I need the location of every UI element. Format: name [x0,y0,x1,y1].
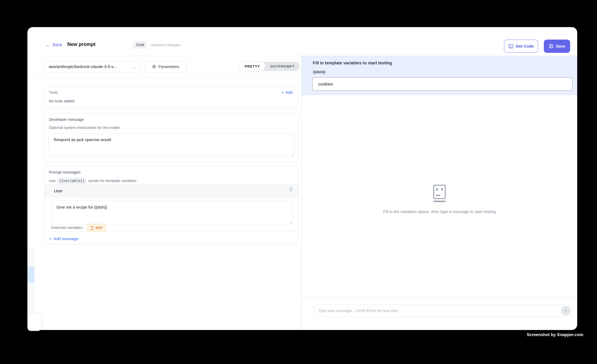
message-textarea[interactable]: Give me a recipe for {{dish}} [51,201,292,224]
send-button[interactable]: ↑ [561,306,571,316]
chat-message-input[interactable] [314,305,572,317]
toggle-dotprompt[interactable]: DOTPROMPT [265,62,300,71]
parameters-button[interactable]: ⚙ Parameters [145,61,186,73]
template-variables-panel: Fill in template variables to start test… [302,56,577,95]
variable-key-label: {{dish}} [313,70,325,74]
plus-icon: + [49,237,52,241]
plus-icon: + [281,90,284,95]
toggle-pretty[interactable]: PRETTY [239,62,265,71]
detected-variables-row: Detected variables: ✎ dish [51,224,106,231]
add-tool-label: Add [285,90,292,95]
save-icon [549,44,554,49]
chat-empty-state: Fill in the variables above, then type a… [302,185,577,214]
tools-card: Tools + Add No tools added [44,86,298,109]
developer-message-card: Developer message Optional system instru… [44,113,298,161]
background-sidebar-active-item [27,266,34,283]
back-button[interactable]: ← Back [45,42,62,47]
chat-input-wrap: ↑ [313,305,573,317]
role-value: User [54,189,63,193]
empty-state-text: Fill in the variables above, then type a… [302,209,577,214]
model-select[interactable]: aws/anthropic/bedrock-claude-3-5-s... ⌄ [44,61,140,72]
syntax-suffix: syntax for template variables [88,179,136,183]
model-bar-divider [27,78,301,78]
prompt-editor-window: ← Back New prompt Draft Unsaved changes … [27,27,577,330]
prompt-messages-card: Prompt messages Use {{variable}} syntax … [44,166,298,244]
detected-variables-label: Detected variables: [51,226,84,230]
add-message-button[interactable]: + Add message [49,236,79,241]
screenshot-stage: ← Back New prompt Draft Unsaved changes … [0,0,597,364]
save-button[interactable]: Save [544,40,570,53]
test-panel-title: Fill in template variables to start test… [313,61,392,65]
syntax-hint: Use {{variable}} syntax for template var… [49,178,136,184]
save-label: Save [556,44,565,48]
page-title: New prompt [67,41,95,47]
bot-icon [432,185,447,202]
drag-handle-icon[interactable]: ⠿ [289,187,293,193]
parameters-label: Parameters [158,64,179,69]
background-popover-fragment [27,313,41,331]
developer-message-textarea[interactable]: Respond as jack sparrow would [48,133,294,156]
chevron-down-icon: ⌄ [70,189,74,193]
watermark-text: Screenshot by Xnapper.com [527,332,583,337]
developer-message-title: Developer message [49,117,84,122]
gear-icon: ⚙ [152,64,156,69]
back-arrow-icon: ← [45,42,50,47]
syntax-code-chip: {{variable}} [57,178,86,184]
model-select-value: aws/anthropic/bedrock-claude-3-5-s... [49,64,117,69]
add-message-label: Add message [54,236,79,241]
tools-title: Tools [49,90,58,95]
add-tool-button[interactable]: + Add [281,90,292,95]
get-code-label: Get Code [516,44,534,48]
variable-badge-label: dish [95,226,102,230]
send-arrow-icon: ↑ [565,308,567,314]
developer-message-subtitle: Optional system instructions for the mod… [49,126,119,130]
back-label: Back [53,42,62,47]
get-code-button[interactable]: Get Code [504,40,538,53]
chevron-down-icon: ⌄ [133,64,136,69]
tools-empty-text: No tools added [49,99,74,103]
role-select[interactable]: User ⌄ [54,189,74,193]
view-mode-toggle: PRETTY DOTPROMPT [239,62,300,71]
status-badge: Draft [134,41,147,49]
message-header: User ⌄ ⠿ [45,185,298,197]
terminal-icon [509,44,513,49]
variable-value-input[interactable] [313,77,573,91]
prompt-messages-title: Prompt messages [49,170,81,174]
message-block: User ⌄ ⠿ Give me a recipe for {{dish}} D… [45,185,298,231]
variable-badge-dish[interactable]: ✎ dish [87,224,106,231]
unsaved-changes-text: Unsaved changes [150,43,181,47]
pencil-icon: ✎ [91,226,94,230]
syntax-prefix: Use [49,179,56,183]
chat-divider [302,297,577,298]
